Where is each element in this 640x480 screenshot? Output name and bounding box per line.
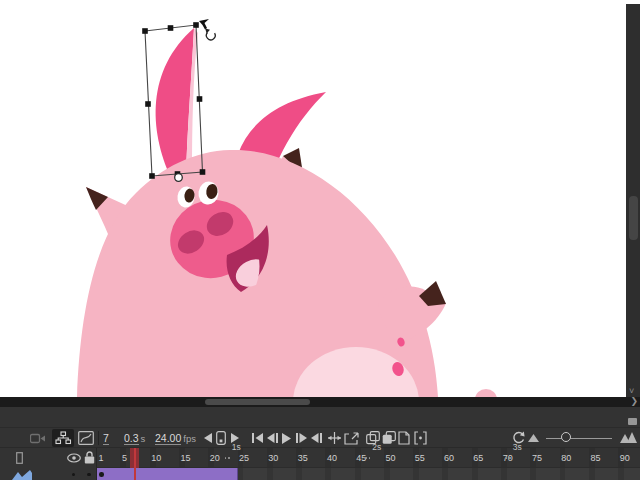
ruler-second-label: 3s [513, 442, 522, 452]
layer-lock-dot[interactable] [87, 473, 91, 477]
second-tick-dot [365, 457, 367, 459]
export-range-icon[interactable] [344, 431, 359, 445]
add-camera-icon[interactable] [30, 433, 46, 444]
pig-foot [475, 389, 497, 397]
eye-icon[interactable] [67, 453, 81, 463]
application-window: ❯ ˅ 7 0.3s 24.00fps [0, 0, 640, 480]
timeline-ruler-row: 1510152025303540455055606570758085901s2s… [0, 448, 640, 468]
mouse-cursor-icon [199, 19, 209, 30]
center-playhead-icon[interactable] [328, 432, 341, 444]
edit-multiple-frames-icon[interactable] [414, 431, 427, 445]
stage-canvas[interactable] [0, 0, 640, 397]
zoom-slider-track[interactable] [546, 438, 612, 439]
second-tick-dot [369, 457, 371, 459]
frame-span[interactable] [97, 468, 238, 480]
zoom-in-frames-icon[interactable] [620, 431, 637, 443]
play-icon[interactable] [282, 433, 291, 444]
layer-panel-divider [96, 448, 97, 468]
vertical-scrollbar[interactable]: ˅ [626, 4, 640, 397]
horizontal-scrollbar-thumb[interactable] [205, 399, 310, 405]
ruler-frame-label: 10 [151, 453, 161, 463]
ruler-frame-label: 30 [268, 453, 278, 463]
ruler-frame-label: 5 [122, 453, 127, 463]
timeline-layer-row[interactable] [0, 468, 640, 480]
zoom-slider-thumb[interactable] [561, 432, 571, 442]
ruler-frame-label: 35 [298, 453, 308, 463]
pig-artwork[interactable] [0, 0, 640, 397]
second-tick-dot [225, 457, 227, 459]
ruler-frame-label: 80 [561, 453, 571, 463]
step-back-icon[interactable] [204, 433, 212, 443]
ruler-frame-label: 50 [385, 453, 395, 463]
ruler-frame-label: 85 [590, 453, 600, 463]
bunny-ear-left-selected[interactable] [156, 28, 198, 179]
zoom-out-frames-icon[interactable] [528, 434, 539, 442]
layer-color-icon [10, 470, 32, 480]
ruler-second-label: 1s [232, 442, 241, 452]
ruler-frame-label: 90 [620, 453, 630, 463]
timeline-panel-header [0, 407, 640, 428]
last-frame-icon[interactable] [311, 433, 322, 443]
ruler-frame-label: 75 [532, 453, 542, 463]
ruler-frame-label: 55 [415, 453, 425, 463]
playhead-line [134, 448, 136, 480]
frame-ruler[interactable]: 1510152025303540455055606570758085901s2s… [97, 448, 640, 468]
ruler-frame-label: 70 [503, 453, 513, 463]
keyframe-dot [99, 472, 104, 477]
scroll-right-icon[interactable]: ❯ [630, 396, 638, 406]
timeline-toolbar: 7 0.3s 24.00fps [0, 428, 640, 448]
second-tick-dot [228, 457, 230, 459]
current-frame-value[interactable]: 7 [103, 432, 109, 444]
ruler-frame-label: 20 [210, 453, 220, 463]
transform-point[interactable] [175, 174, 183, 182]
frame-outline-icon[interactable] [16, 452, 23, 464]
elapsed-time-value[interactable]: 0.3s [124, 432, 145, 444]
lock-icon[interactable] [84, 451, 95, 464]
loop-frame-icon[interactable] [216, 431, 226, 445]
ruler-frame-label: 15 [180, 453, 190, 463]
next-frame-icon[interactable] [296, 433, 307, 443]
onion-skin-outline-icon[interactable] [382, 431, 396, 445]
parent-view-button[interactable] [52, 429, 74, 447]
toolbar-divider [98, 431, 99, 445]
second-tick-dot [509, 457, 511, 459]
first-frame-icon[interactable] [252, 433, 263, 443]
scroll-down-icon[interactable]: ˅ [629, 386, 634, 396]
ruler-frame-label: 65 [473, 453, 483, 463]
panel-menu-icon[interactable] [628, 418, 637, 425]
ruler-frame-label: 60 [444, 453, 454, 463]
ruler-second-label: 2s [372, 442, 381, 452]
horizontal-scrollbar[interactable]: ❯ [0, 397, 640, 407]
ruler-frame-label: 25 [239, 453, 249, 463]
ruler-frame-label: 40 [327, 453, 337, 463]
copy-frames-icon[interactable] [398, 431, 410, 445]
frame-rate-value[interactable]: 24.00fps [155, 432, 196, 444]
layer-visibility-dot[interactable] [72, 473, 76, 477]
graph-editor-icon[interactable] [78, 431, 94, 445]
prev-frame-icon[interactable] [267, 433, 278, 443]
ruler-frame-label: 1 [99, 453, 104, 463]
rotate-cursor-icon [205, 29, 215, 40]
vertical-scrollbar-thumb[interactable] [629, 196, 638, 240]
